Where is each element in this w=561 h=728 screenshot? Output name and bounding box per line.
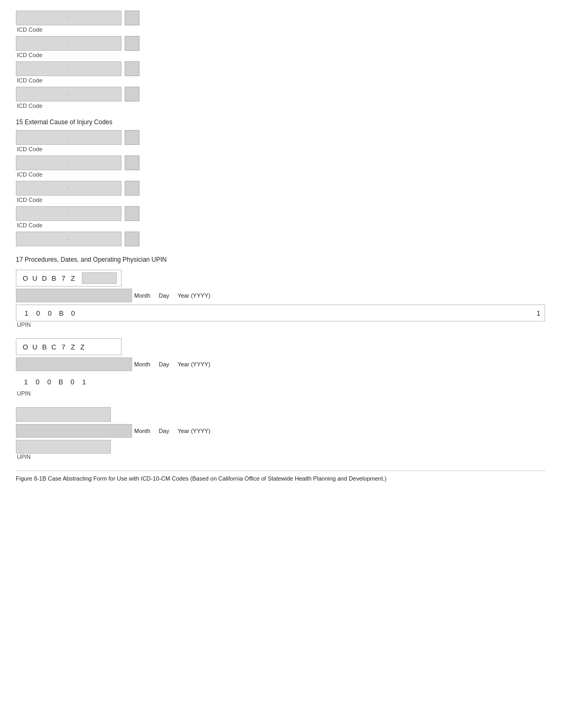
ext-icd-input-3[interactable]: · — [16, 181, 121, 196]
proc-2-date-input[interactable] — [16, 357, 132, 371]
proc-3-day-label: Day — [159, 428, 170, 434]
procedure-block-1: O U D B 7 Z Month Day Year (YYYY) 1 0 0 … — [16, 270, 545, 328]
ext-icd-input-1[interactable]: · — [16, 130, 121, 145]
proc-2-upin-row: 1 0 0 B 0 1 — [16, 373, 545, 390]
ext-icd-input-2[interactable]: · — [16, 155, 121, 170]
ext-icd-checkbox-5[interactable] — [125, 232, 139, 246]
proc-3-code-box[interactable] — [16, 407, 111, 422]
icd-input-4[interactable]: · — [16, 87, 121, 102]
proc-1-upin-row: 1 0 0 B 0 1 — [16, 305, 545, 321]
proc-2-month-label: Month — [134, 361, 151, 367]
ext-icd-row-2: · ICD Code — [16, 155, 545, 178]
icd-input-3[interactable]: · — [16, 61, 121, 76]
proc-3-date-input[interactable] — [16, 424, 132, 438]
icd-input-2[interactable]: · — [16, 36, 121, 51]
proc-1-char-1: O — [21, 274, 30, 282]
icd-row-3: · ICD Code — [16, 61, 545, 84]
proc-1-month-label: Month — [134, 292, 151, 299]
proc-2-upin-4: B — [55, 378, 67, 386]
ext-icd-input-5[interactable]: · — [16, 232, 121, 246]
proc-2-upin-5: 0 — [67, 378, 78, 386]
icd-label-2: ICD Code — [16, 52, 545, 58]
proc-1-upin-3: 0 — [44, 309, 55, 317]
proc-1-upin-4: B — [55, 309, 67, 317]
proc-1-code-box[interactable]: O U D B 7 Z — [16, 270, 121, 287]
proc-1-char-3: D — [40, 274, 49, 282]
icd-label-4: ICD Code — [16, 103, 545, 109]
proc-2-code-box[interactable]: O U B C 7 Z Z — [16, 338, 121, 355]
icd-row-4: · ICD Code — [16, 87, 545, 109]
icd-dot-1: · — [68, 13, 70, 23]
icd-label-3: ICD Code — [16, 77, 545, 84]
proc-1-year-label: Year (YYYY) — [177, 292, 210, 299]
proc-1-date-input[interactable] — [16, 289, 132, 302]
ext-icd-row-1: · ICD Code — [16, 130, 545, 152]
proc-1-char-2: U — [30, 274, 40, 282]
proc-1-day-label: Day — [159, 292, 170, 299]
proc-1-upin-5: 0 — [67, 309, 79, 317]
ext-icd-checkbox-2[interactable] — [125, 155, 139, 170]
icd-label-1: ICD Code — [16, 26, 545, 33]
proc-1-extra-input[interactable] — [82, 272, 117, 284]
icd-input-1[interactable]: · — [16, 11, 121, 25]
proc-2-year-label: Year (YYYY) — [177, 361, 210, 367]
ext-icd-label-3: ICD Code — [16, 197, 545, 203]
icd-checkbox-2[interactable] — [125, 36, 139, 51]
ext-icd-input-4[interactable]: · — [16, 206, 121, 221]
proc-2-char-4: C — [49, 343, 59, 351]
icd-checkbox-4[interactable] — [125, 87, 139, 102]
ext-icd-dot-4: · — [68, 209, 70, 218]
ext-icd-label-1: ICD Code — [16, 146, 545, 152]
proc-2-char-2: U — [30, 343, 40, 351]
proc-2-char-3: B — [40, 343, 49, 351]
ext-icd-checkbox-1[interactable] — [125, 130, 139, 145]
procedure-block-3: Month Day Year (YYYY) UPIN — [16, 407, 545, 460]
proc-3-upin-input[interactable] — [16, 440, 111, 454]
icd-row-1: · ICD Code — [16, 11, 545, 33]
proc-2-day-label: Day — [159, 361, 170, 367]
proc-3-upin-label: UPIN — [17, 454, 545, 460]
ext-icd-checkbox-4[interactable] — [125, 206, 139, 221]
proc-1-char-6: Z — [68, 274, 78, 282]
ext-icd-dot-3: · — [68, 183, 70, 193]
ext-icd-checkbox-3[interactable] — [125, 181, 139, 196]
proc-2-upin-6: 1 — [78, 378, 90, 386]
proc-2-char-7: Z — [78, 343, 87, 351]
section-17-label: 17 Procedures, Dates, and Operating Phys… — [16, 256, 545, 263]
proc-2-char-1: O — [21, 343, 30, 351]
proc-2-upin-3: 0 — [43, 378, 55, 386]
proc-2-char-6: Z — [68, 343, 78, 351]
icd-top-group: · ICD Code · ICD Code · ICD Code · — [16, 11, 545, 109]
icd-checkbox-1[interactable] — [125, 11, 139, 25]
icd-dot-3: · — [68, 64, 70, 73]
ext-icd-row-3: · ICD Code — [16, 181, 545, 203]
proc-1-upin-2: 0 — [32, 309, 44, 317]
icd-dot-4: · — [68, 89, 70, 99]
ext-icd-label-2: ICD Code — [16, 171, 545, 178]
ext-icd-row-5: · — [16, 232, 545, 246]
footer-note: Figure 8-1B Case Abstracting Form for Us… — [16, 471, 545, 482]
proc-2-upin-1: 1 — [20, 378, 32, 386]
procedure-block-2: O U B C 7 Z Z Month Day Year (YYYY) 1 0 … — [16, 338, 545, 397]
icd-checkbox-3[interactable] — [125, 61, 139, 76]
proc-3-month-label: Month — [134, 428, 151, 434]
proc-2-upin-2: 0 — [32, 378, 43, 386]
proc-1-upin-1: 1 — [21, 309, 32, 317]
proc-1-char-4: B — [49, 274, 59, 282]
proc-1-upin-label: UPIN — [17, 321, 545, 328]
icd-row-2: · ICD Code — [16, 36, 545, 58]
ext-icd-dot-5: · — [68, 234, 70, 244]
ext-icd-row-4: · ICD Code — [16, 206, 545, 228]
proc-3-year-label: Year (YYYY) — [177, 428, 210, 434]
ext-icd-dot-1: · — [68, 133, 70, 142]
proc-1-char-5: 7 — [59, 274, 68, 282]
proc-2-upin-label: UPIN — [17, 390, 545, 397]
proc-1-upin-num: 1 — [537, 309, 540, 317]
proc-2-char-5: 7 — [59, 343, 68, 351]
icd-dot-2: · — [68, 39, 70, 48]
section-15-label: 15 External Cause of Injury Codes — [16, 118, 545, 126]
section-17: 17 Procedures, Dates, and Operating Phys… — [16, 256, 545, 460]
ext-icd-label-4: ICD Code — [16, 222, 545, 228]
ext-icd-dot-2: · — [68, 158, 70, 168]
section-15: 15 External Cause of Injury Codes · ICD … — [16, 118, 545, 246]
